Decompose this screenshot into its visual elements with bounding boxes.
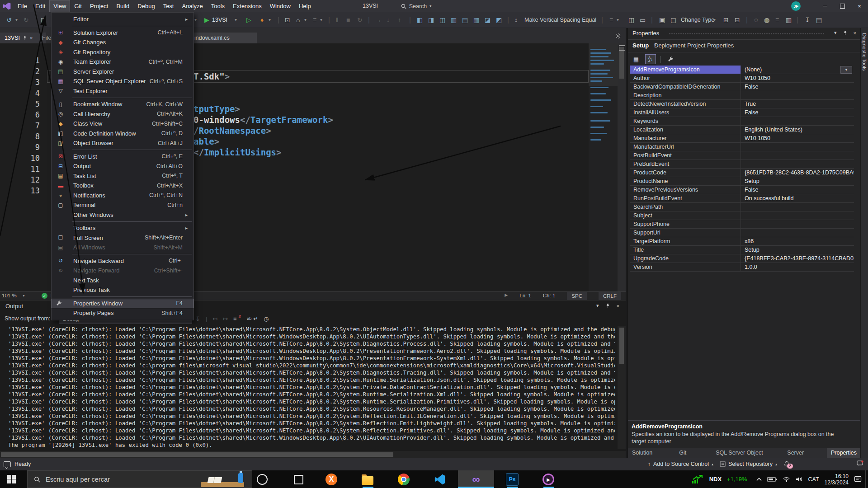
property-row[interactable]: ProductCode {8651FD7B-28C2-463B-8DA2-1D7… [630,169,854,177]
toolbar-icon[interactable]: | [507,12,509,28]
run-target-button[interactable]: 13VSI [212,12,227,28]
notifications-button[interactable]: 2 [783,461,790,467]
property-pages-button[interactable] [665,54,676,64]
toolbar-icon[interactable]: | [409,12,411,28]
toolbar-icon[interactable]: ◫ [439,12,445,28]
output-toolbar-icon[interactable]: ab [247,316,251,321]
toolbar-icon[interactable]: ⊞ [723,12,729,28]
property-value[interactable]: 1.0.0 [741,263,854,271]
property-row[interactable]: SupportUrl ▼ [630,229,854,237]
menu-item[interactable]: ▢ Terminal Ctrl+ñ ▸ [52,200,193,210]
property-row[interactable]: Version 1.0.0 ▼ [630,263,854,272]
output-log[interactable]: '13VSI.exe' (CoreCLR: clrhost): Loaded '… [0,326,615,449]
tool-window-tab[interactable]: Properties [827,448,861,458]
menu-item[interactable]: ⊟ Output Ctrl+Alt+O ▸ [52,161,193,171]
property-row[interactable]: SearchPath ▼ [630,203,854,211]
editor-scrollbar[interactable] [618,43,626,300]
output-toolbar-icon[interactable]: ↵ [253,315,258,322]
menu-item[interactable]: ◒ Notifications Ctrl+º, Ctrl+N ▸ [52,191,193,201]
tool-window-tab[interactable]: Server Explorer [783,448,827,458]
menu-item[interactable]: Next Task ▸ [52,276,193,286]
property-row[interactable]: PreBuildEvent ▼ [630,160,854,169]
toolbar-icon[interactable]: ▭ [640,12,646,28]
change-type-dropdown[interactable]: Change Type [681,12,714,28]
menubar-item[interactable]: Project [86,0,112,12]
vscode-icon[interactable] [433,473,447,486]
make-vertical-spacing-button[interactable]: Make Vertical Spacing Equal [524,12,596,28]
property-row[interactable]: DetectNewerInstalledVersion True ▼ [630,100,854,108]
toolbar-icon[interactable]: ▤ [462,12,468,28]
property-row[interactable]: InstallAllUsers False ▼ [630,108,854,117]
menu-item[interactable]: ◎ Call Hierarchy Ctrl+Alt+K ▸ [52,109,193,119]
toolbar-icon[interactable]: ⌂ [296,12,300,28]
property-row[interactable]: AddRemoveProgramsIcon (None) ▼ [630,66,854,74]
toolbar-icon[interactable]: | [746,12,748,28]
chrome-icon[interactable] [397,473,410,486]
property-value[interactable]: False [741,108,854,117]
toolbar-icon[interactable]: | [601,12,603,28]
menubar-item[interactable]: Analyze [178,0,207,12]
toolbar-icon[interactable]: ⊡ [285,12,290,28]
close-icon[interactable]: × [617,303,619,309]
clock[interactable]: 16:1012/3/2024 [825,473,849,486]
maximize-button[interactable] [834,0,851,12]
toolbar-icon[interactable]: ◌ [754,12,758,28]
value-dropdown-button[interactable]: ▼ [840,66,852,74]
property-row[interactable]: UpgradeCode {E418BFE3-CAB2-43BE-8974-311… [630,254,854,263]
property-row[interactable]: PostBuildEvent ▼ [630,151,854,160]
toolbar-icon[interactable]: ▯ [41,12,44,28]
tool-window-tab[interactable]: SQL Server Object Explorer [712,448,783,458]
wifi-icon[interactable] [783,476,790,482]
menubar-item[interactable]: View [49,0,70,12]
property-value[interactable]: Setup [741,177,854,185]
menubar-item[interactable]: Edit [31,0,49,12]
output-toolbar-icon[interactable]: ↧ [195,315,200,322]
toolbar-icon[interactable]: ▥ [451,12,457,28]
menu-item[interactable]: ↻ Navigate Forward Ctrl+Shift+- ▸ [52,266,193,276]
menu-item[interactable]: Previous Task ▸ [52,285,193,295]
property-row[interactable]: RemovePreviousVersions False ▼ [630,186,854,194]
toolbar-icon[interactable]: ↻ [24,12,29,28]
menu-item[interactable]: ◉ Team Explorer Ctrl+º, Ctrl+M ▸ [52,57,193,67]
menubar-item[interactable]: Window [266,0,295,12]
property-row[interactable]: TargetPlatform x86 ▼ [630,237,854,246]
menu-item[interactable]: ◆ Class View Ctrl+Shift+C ▸ [52,119,193,129]
visual-studio-icon[interactable]: ∞ [469,473,483,486]
toolbar-icon[interactable]: ▾ [617,12,619,28]
minimize-button[interactable] [816,0,834,12]
toolbar-icon[interactable]: ▣ [659,12,665,28]
toolbar-icon[interactable]: ▥ [786,12,792,28]
line-ending-indicator[interactable]: CRLF [599,292,621,300]
menubar-item[interactable]: Extensions [229,0,266,12]
menu-item[interactable]: ◧ Code Definition Window Ctrl+º, D ▸ [52,129,193,139]
output-toolbar-icon[interactable]: ◷ [264,315,269,322]
toolbar-icon[interactable]: ≡ [313,12,316,28]
property-row[interactable]: Subject ▼ [630,211,854,220]
output-toolbar-icon[interactable]: ✗ [238,314,242,319]
output-toolbar-icon[interactable]: ↤ [212,315,217,322]
photoshop-icon[interactable]: Ps [505,473,519,486]
output-horizontal-scrollbar[interactable] [0,451,626,458]
toolbar-icon[interactable]: ♦ [260,12,264,28]
menu-item[interactable]: ◈ Git Repository ▸ [52,47,193,57]
close-icon[interactable]: × [854,30,856,36]
property-row[interactable]: Localization English (United States) ▼ [630,126,854,134]
categorized-view-button[interactable]: ▦ [631,54,642,64]
output-toolbar-icon[interactable]: | [206,315,207,322]
ticker-symbol[interactable]: NDX [709,476,722,483]
menu-item[interactable]: ⊠ Error List Ctrl+º, E ▸ [52,152,193,162]
task-view-button[interactable] [292,473,305,486]
tool-window-tab[interactable]: Git Changes [675,448,712,458]
property-value[interactable]: x86 [741,237,854,245]
menu-item[interactable]: Properties Window F4 ▸ [52,299,193,309]
toolbar-icon[interactable]: ↓ [387,12,390,28]
toolbar-icon[interactable]: | [651,12,653,28]
toolbar-icon[interactable]: ■ [346,12,350,28]
menu-item[interactable]: ☐ Full Screen Shift+Alt+Enter ▸ [52,233,193,243]
menu-item[interactable]: ↺ Navigate Backward Ctrl+- ▸ [52,256,193,266]
property-value[interactable]: {E418BFE3-CAB2-43BE-8974-3114CBAD0D20} [741,254,854,263]
toolbar-icon[interactable]: | [278,12,279,28]
menu-item[interactable]: ▯ Bookmark Window Ctrl+K, Ctrl+W ▸ [52,99,193,109]
menubar-item[interactable]: Git [70,0,86,12]
toolbar-icon[interactable]: | [328,12,330,28]
